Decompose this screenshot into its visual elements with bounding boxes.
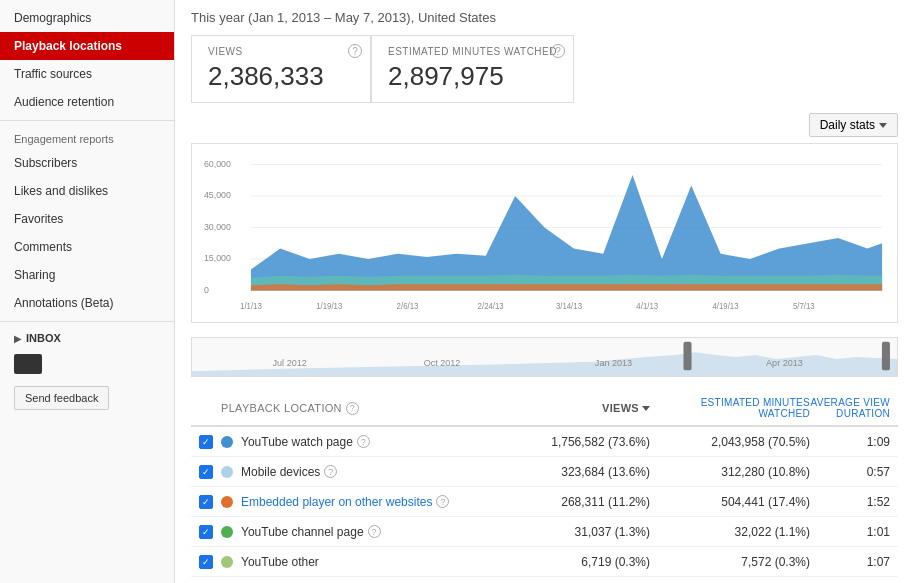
row-minutes-2: 312,280 (10.8%) <box>650 465 810 479</box>
row-help-icon[interactable]: ? <box>324 465 337 478</box>
dot-youtube-watch <box>221 436 233 448</box>
data-table: PLAYBACK LOCATION ? VIEWS ESTIMATED MINU… <box>191 391 898 583</box>
svg-text:Oct 2012: Oct 2012 <box>424 359 461 369</box>
sidebar-item-sharing[interactable]: Sharing <box>0 261 174 289</box>
sidebar-item-audience-retention[interactable]: Audience retention <box>0 88 174 116</box>
row-minutes-1: 2,043,958 (70.5%) <box>650 435 810 449</box>
inbox-row: ▶ INBOX <box>0 326 174 350</box>
inbox-icon-row <box>0 350 174 378</box>
row-label-channel: YouTube channel page ? <box>241 525 520 539</box>
send-feedback-container: Send feedback <box>0 378 174 418</box>
table-row: Mobile devices ? 323,684 (13.6%) 312,280… <box>191 457 898 487</box>
row-checkbox-2[interactable] <box>199 464 221 479</box>
svg-text:60,000: 60,000 <box>204 158 231 168</box>
main-content: This year (Jan 1, 2013 – May 7, 2013), U… <box>175 0 914 583</box>
sidebar-item-traffic-sources[interactable]: Traffic sources <box>0 60 174 88</box>
row-duration-2: 0:57 <box>810 465 890 479</box>
row-label-other: YouTube other <box>241 555 520 569</box>
main-chart: 60,000 45,000 30,000 15,000 0 1/1/13 1/1… <box>191 143 898 323</box>
engagement-section-title: Engagement reports <box>0 125 174 149</box>
table-row: YouTube watch page ? 1,756,582 (73.6%) 2… <box>191 427 898 457</box>
location-help-icon[interactable]: ? <box>346 402 359 415</box>
svg-rect-27 <box>882 342 890 371</box>
mini-chart-svg: Jul 2012 Oct 2012 Jan 2013 Apr 2013 <box>192 338 897 376</box>
sidebar-item-subscribers[interactable]: Subscribers <box>0 149 174 177</box>
svg-rect-26 <box>683 342 691 371</box>
svg-text:3/14/13: 3/14/13 <box>556 302 583 311</box>
sidebar-item-annotations[interactable]: Annotations (Beta) <box>0 289 174 317</box>
row-help-icon[interactable]: ? <box>357 435 370 448</box>
row-checkbox-1[interactable] <box>199 434 221 449</box>
row-views-2: 323,684 (13.6%) <box>520 465 650 479</box>
minutes-help-icon[interactable]: ? <box>551 44 565 58</box>
sidebar-item-playback-locations[interactable]: Playback locations <box>0 32 174 60</box>
table-row: YouTube other 6,719 (0.3%) 7,572 (0.3%) … <box>191 547 898 577</box>
row-duration-5: 1:07 <box>810 555 890 569</box>
toolbar-row: Daily stats <box>191 113 898 137</box>
svg-text:0: 0 <box>204 284 209 294</box>
row-duration-3: 1:52 <box>810 495 890 509</box>
th-minutes: ESTIMATED MINUTES WATCHED <box>650 397 810 419</box>
dot-embedded <box>221 496 233 508</box>
sidebar-item-favorites[interactable]: Favorites <box>0 205 174 233</box>
sidebar-item-demographics[interactable]: Demographics <box>0 4 174 32</box>
svg-text:2/6/13: 2/6/13 <box>397 302 419 311</box>
checkbox-icon[interactable] <box>199 555 213 569</box>
row-views-5: 6,719 (0.3%) <box>520 555 650 569</box>
row-duration-1: 1:09 <box>810 435 890 449</box>
embedded-link[interactable]: Embedded player on other websites <box>241 495 432 509</box>
row-label-youtube-watch: YouTube watch page ? <box>241 435 520 449</box>
views-stat-box: VIEWS 2,386,333 ? <box>191 35 371 103</box>
sidebar-item-likes-dislikes[interactable]: Likes and dislikes <box>0 177 174 205</box>
row-label-mobile: Mobile devices ? <box>241 465 520 479</box>
row-minutes-4: 32,022 (1.1%) <box>650 525 810 539</box>
checkbox-icon[interactable] <box>199 435 213 449</box>
row-views-1: 1,756,582 (73.6%) <box>520 435 650 449</box>
svg-marker-10 <box>251 175 882 291</box>
sidebar-divider <box>0 120 174 121</box>
daily-stats-button[interactable]: Daily stats <box>809 113 898 137</box>
views-label: VIEWS <box>208 46 354 57</box>
th-views[interactable]: VIEWS <box>520 402 650 414</box>
send-feedback-button[interactable]: Send feedback <box>14 386 109 410</box>
row-checkbox-4[interactable] <box>199 524 221 539</box>
svg-text:Jan 2013: Jan 2013 <box>595 359 632 369</box>
minutes-value: 2,897,975 <box>388 61 557 92</box>
mini-chart: Jul 2012 Oct 2012 Jan 2013 Apr 2013 <box>191 337 898 377</box>
svg-text:15,000: 15,000 <box>204 253 231 263</box>
row-minutes-3: 504,441 (17.4%) <box>650 495 810 509</box>
row-help-icon[interactable]: ? <box>368 525 381 538</box>
sidebar-divider2 <box>0 321 174 322</box>
sort-arrow-icon <box>642 406 650 411</box>
sidebar-item-comments[interactable]: Comments <box>0 233 174 261</box>
page-subtitle: This year (Jan 1, 2013 – May 7, 2013), U… <box>191 10 898 25</box>
row-views-3: 268,311 (11.2%) <box>520 495 650 509</box>
triangle-icon: ▶ <box>14 333 22 344</box>
svg-marker-12 <box>251 284 882 290</box>
row-help-icon[interactable]: ? <box>436 495 449 508</box>
row-duration-4: 1:01 <box>810 525 890 539</box>
chevron-down-icon <box>879 123 887 128</box>
inbox-label: INBOX <box>26 332 61 344</box>
svg-text:30,000: 30,000 <box>204 221 231 231</box>
checkbox-icon[interactable] <box>199 525 213 539</box>
stats-row: VIEWS 2,386,333 ? ESTIMATED MINUTES WATC… <box>191 35 898 103</box>
table-row: Embedded player on other websites ? 268,… <box>191 487 898 517</box>
svg-text:Jul 2012: Jul 2012 <box>273 359 307 369</box>
pagination-row: ◀◀ ◀ 1 - 5 of 5 ▶ ▶▶ <box>191 577 898 583</box>
table-row: YouTube channel page ? 31,037 (1.3%) 32,… <box>191 517 898 547</box>
svg-text:1/1/13: 1/1/13 <box>240 302 262 311</box>
sidebar: Demographics Playback locations Traffic … <box>0 0 175 583</box>
row-checkbox-3[interactable] <box>199 494 221 509</box>
checkbox-icon[interactable] <box>199 465 213 479</box>
views-help-icon[interactable]: ? <box>348 44 362 58</box>
row-label-embedded: Embedded player on other websites ? <box>241 495 520 509</box>
checkbox-icon[interactable] <box>199 495 213 509</box>
minutes-label: ESTIMATED MINUTES WATCHED <box>388 46 557 57</box>
row-minutes-5: 7,572 (0.3%) <box>650 555 810 569</box>
daily-stats-label: Daily stats <box>820 118 875 132</box>
chart-svg: 60,000 45,000 30,000 15,000 0 1/1/13 1/1… <box>202 154 887 322</box>
row-checkbox-5[interactable] <box>199 554 221 569</box>
svg-text:2/24/13: 2/24/13 <box>478 302 505 311</box>
row-views-4: 31,037 (1.3%) <box>520 525 650 539</box>
